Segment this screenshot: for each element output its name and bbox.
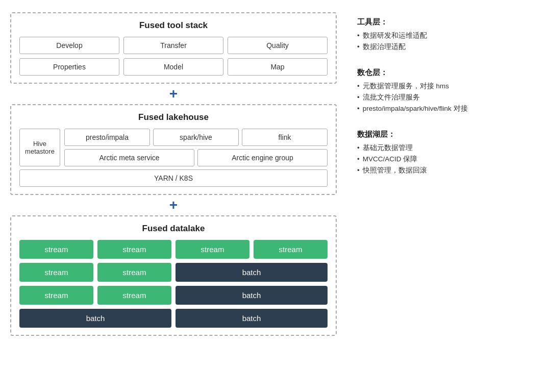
hive-metastore: Hivemetastore (19, 129, 60, 166)
tool-cell-map: Map (228, 58, 328, 76)
section2-bullets: 元数据管理服务，对接 hms 流批文件治理服务 presto/impala/sp… (357, 81, 541, 114)
stream-1-4: stream (254, 240, 328, 259)
batch-3: batch (176, 286, 328, 305)
bullet-2-1: 元数据管理服务，对接 hms (357, 81, 541, 92)
lakehouse-box: Fused lakehouse Hivemetastore presto/imp… (10, 104, 337, 195)
right-section-1: 工具层： 数据研发和运维适配 数据治理适配 (357, 17, 541, 53)
bullet-1-2: 数据治理适配 (357, 41, 541, 53)
bullet-3-2: MVCC/ACID 保障 (357, 154, 541, 165)
tool-cell-transfer: Transfer (123, 37, 223, 54)
tool-cell-properties: Properties (19, 58, 119, 76)
tool-stack-grid: Develop Transfer Quality Properties Mode… (19, 37, 328, 76)
lakehouse-top-row: presto/impala spark/hive flink (64, 129, 328, 146)
stream-3-1: stream (19, 286, 93, 305)
lakehouse-bottom-row: Arctic meta service Arctic engine group (64, 149, 328, 166)
bullet-3-1: 基础元数据管理 (357, 142, 541, 154)
right-column: 工具层： 数据研发和运维适配 数据治理适配 数仓层： 元数据管理服务，对接 hm… (357, 12, 541, 176)
datalake-title: Fused datalake (19, 224, 328, 234)
batch-4-2: batch (176, 309, 328, 328)
datalake-box: Fused datalake stream stream stream stre… (10, 215, 337, 336)
flink: flink (242, 129, 328, 146)
tool-cell-develop: Develop (19, 37, 119, 54)
stream-2-2: stream (97, 263, 171, 282)
yarn-k8s: YARN / K8S (19, 169, 328, 187)
arctic-meta-service: Arctic meta service (64, 149, 194, 166)
lakehouse-right: presto/impala spark/hive flink Arctic me… (64, 129, 328, 166)
arctic-engine-group: Arctic engine group (197, 149, 328, 166)
section3-label: 数据湖层： (357, 130, 541, 139)
right-section-3: 数据湖层： 基础元数据管理 MVCC/ACID 保障 快照管理，数据回滚 (357, 130, 541, 176)
lakehouse-inner: Hivemetastore presto/impala spark/hive f… (19, 129, 328, 166)
stream-1-2: stream (97, 240, 171, 259)
batch-4-1: batch (19, 309, 171, 328)
stream-1-1: stream (19, 240, 93, 259)
section3-bullets: 基础元数据管理 MVCC/ACID 保障 快照管理，数据回滚 (357, 142, 541, 176)
section1-bullets: 数据研发和运维适配 数据治理适配 (357, 30, 541, 53)
plus-1: + (169, 84, 178, 104)
tool-cell-model: Model (123, 58, 223, 76)
stream-2-1: stream (19, 263, 93, 282)
right-section-2: 数仓层： 元数据管理服务，对接 hms 流批文件治理服务 presto/impa… (357, 68, 541, 114)
tool-cell-quality: Quality (228, 37, 328, 54)
spark-hive: spark/hive (153, 129, 239, 146)
batch-2: batch (176, 263, 328, 282)
stream-1-3: stream (176, 240, 249, 259)
section1-label: 工具层： (357, 17, 541, 27)
bullet-2-3: presto/impala/spark/hive/flink 对接 (357, 103, 541, 114)
stream-3-2: stream (97, 286, 171, 305)
main-container: Fused tool stack Develop Transfer Qualit… (10, 12, 541, 336)
datalake-grid: stream stream stream stream stream strea… (19, 240, 328, 328)
lakehouse-title: Fused lakehouse (19, 112, 328, 122)
bullet-3-3: 快照管理，数据回滚 (357, 165, 541, 176)
tool-stack-box: Fused tool stack Develop Transfer Qualit… (10, 12, 337, 84)
left-column: Fused tool stack Develop Transfer Qualit… (10, 12, 337, 336)
bullet-2-2: 流批文件治理服务 (357, 92, 541, 103)
bullet-1-1: 数据研发和运维适配 (357, 30, 541, 41)
presto-impala: presto/impala (64, 129, 150, 146)
plus-2: + (169, 195, 178, 215)
section2-label: 数仓层： (357, 68, 541, 78)
tool-stack-title: Fused tool stack (19, 20, 328, 31)
